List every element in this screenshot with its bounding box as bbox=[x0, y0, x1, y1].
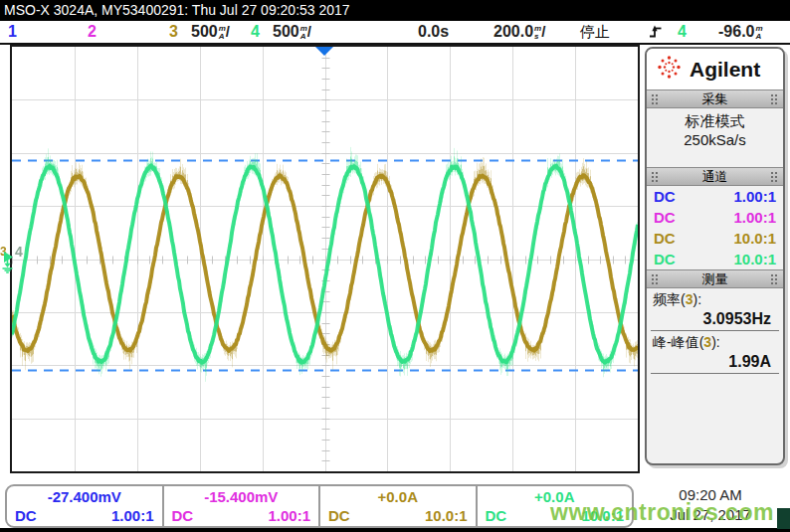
grip-icon bbox=[651, 171, 660, 182]
channel-2-offset: -15.400mV bbox=[164, 488, 319, 505]
channel-1-probe-readout: 1.00:1 bbox=[111, 507, 154, 524]
channels-section-header[interactable]: 通道 bbox=[647, 167, 783, 186]
watermark: www.cntronics.com bbox=[550, 499, 774, 526]
channel-4-coupling: DC bbox=[654, 249, 676, 269]
channel-4-scale-value: 500 bbox=[273, 23, 299, 40]
measurement-1-label: 频率(3): bbox=[647, 288, 783, 309]
channel-3-button[interactable]: 3 bbox=[169, 23, 178, 41]
measure-section-header[interactable]: 测量 bbox=[647, 269, 783, 288]
grip-icon bbox=[770, 273, 779, 284]
sidebar-panel: Agilent 采集 标准模式 250kSa/s 通道 DC 1.00:1 DC… bbox=[645, 47, 785, 465]
channel-2-probe: 1.00:1 bbox=[733, 207, 776, 228]
channel-4-ground-label: 4 bbox=[15, 244, 23, 260]
measurement-1-value: 3.0953Hz bbox=[651, 309, 779, 331]
grip-icon bbox=[651, 93, 660, 104]
waveform-display[interactable] bbox=[10, 45, 640, 473]
channel-4-row[interactable]: DC 10.0:1 bbox=[647, 249, 783, 269]
channel-2-row[interactable]: DC 1.00:1 bbox=[647, 207, 783, 228]
ground-symbol-icon bbox=[1, 259, 14, 277]
channel-3-offset: +0.0A bbox=[320, 488, 476, 505]
trigger-slope-icon[interactable] bbox=[648, 24, 664, 44]
window-title: MSO-X 3024A, MY53400291: Thu Jul 27 09:2… bbox=[0, 0, 790, 21]
grip-icon bbox=[770, 93, 779, 104]
channel-1-coupling-readout: DC bbox=[15, 507, 37, 524]
channel-3-coupling-readout: DC bbox=[328, 507, 350, 524]
bottom-edge bbox=[0, 528, 790, 532]
brand-row: Agilent bbox=[647, 49, 783, 89]
trigger-source-readout[interactable]: 4 bbox=[678, 23, 687, 41]
measurement-2-label: 峰-峰值(3): bbox=[647, 331, 783, 352]
timebase-value: 200.0 bbox=[494, 23, 533, 40]
channel-3-probe: 10.0:1 bbox=[733, 228, 776, 249]
grip-icon bbox=[770, 171, 779, 182]
channel-2-button[interactable]: 2 bbox=[88, 23, 97, 41]
channel-1-coupling: DC bbox=[654, 186, 676, 207]
channel-4-scale-suffix: / bbox=[307, 23, 311, 40]
channel-2-coupling-readout: DC bbox=[172, 507, 194, 524]
channel-4-coupling-readout: DC bbox=[486, 507, 507, 524]
channel-3-probe-readout: 10.0:1 bbox=[425, 507, 468, 524]
waveform-canvas[interactable] bbox=[12, 47, 638, 471]
channel-1-probe: 1.00:1 bbox=[733, 186, 776, 207]
channel-4-scale-unit: mA bbox=[300, 25, 307, 40]
trigger-level-unit: mA bbox=[755, 25, 762, 40]
grip-icon bbox=[651, 273, 660, 284]
channel-3-scale-value: 500 bbox=[191, 23, 218, 40]
time-offset-readout[interactable]: 0.0s bbox=[418, 23, 449, 41]
acquisition-section-header[interactable]: 采集 bbox=[647, 89, 783, 108]
measure-title: 测量 bbox=[660, 270, 770, 288]
trigger-level-readout[interactable]: -96.0mA bbox=[718, 23, 763, 41]
channel-3-readout[interactable]: +0.0A DC 10.0:1 bbox=[320, 486, 478, 526]
acquisition-mode: 标准模式 bbox=[647, 111, 783, 130]
channel-4-button[interactable]: 4 bbox=[251, 23, 260, 41]
channel-2-readout[interactable]: -15.400mV DC 1.00:1 bbox=[164, 486, 321, 526]
channel-1-offset: -27.400mV bbox=[7, 488, 162, 505]
agilent-logo-icon bbox=[656, 54, 683, 85]
channel-2-coupling: DC bbox=[654, 207, 676, 228]
acquisition-title: 采集 bbox=[660, 90, 770, 108]
channel-3-scale-unit: mA bbox=[219, 25, 226, 40]
measurement-2-value: 1.99A bbox=[651, 352, 779, 374]
trigger-time-marker-icon[interactable] bbox=[315, 47, 333, 56]
status-toolbar: 1 2 3 500mA/ 4 500mA/ 0.0s 200.0ms/ 停止 4… bbox=[0, 21, 790, 45]
sample-rate: 250kSa/s bbox=[647, 130, 783, 149]
channel-2-probe-readout: 1.00:1 bbox=[268, 507, 310, 524]
channel-3-row[interactable]: DC 10.0:1 bbox=[647, 228, 783, 249]
watermark-corner-block bbox=[777, 508, 790, 529]
acquisition-info[interactable]: 标准模式 250kSa/s bbox=[647, 108, 783, 155]
channel-3-scale[interactable]: 500mA/ bbox=[191, 23, 230, 41]
spacer bbox=[647, 155, 783, 167]
channel-1-row[interactable]: DC 1.00:1 bbox=[647, 186, 783, 207]
timebase-readout[interactable]: 200.0ms/ bbox=[494, 23, 545, 41]
channel-1-readout[interactable]: -27.400mV DC 1.00:1 bbox=[7, 486, 164, 526]
channels-title: 通道 bbox=[660, 168, 770, 186]
ground-marker-cluster[interactable]: 3 4 bbox=[0, 243, 30, 276]
channel-4-probe: 10.0:1 bbox=[733, 249, 776, 269]
channel-3-coupling: DC bbox=[654, 228, 676, 249]
channel-4-scale[interactable]: 500mA/ bbox=[273, 23, 311, 41]
timebase-suffix: / bbox=[541, 23, 545, 40]
trigger-level-value: -96.0 bbox=[718, 23, 754, 40]
channel-1-button[interactable]: 1 bbox=[8, 23, 17, 41]
brand-name: Agilent bbox=[690, 58, 760, 82]
channel-readout-bar: -27.400mV DC 1.00:1 -15.400mV DC 1.00:1 … bbox=[5, 484, 634, 528]
run-status-indicator[interactable]: 停止 bbox=[580, 23, 610, 42]
channel-3-scale-suffix: / bbox=[226, 23, 230, 40]
